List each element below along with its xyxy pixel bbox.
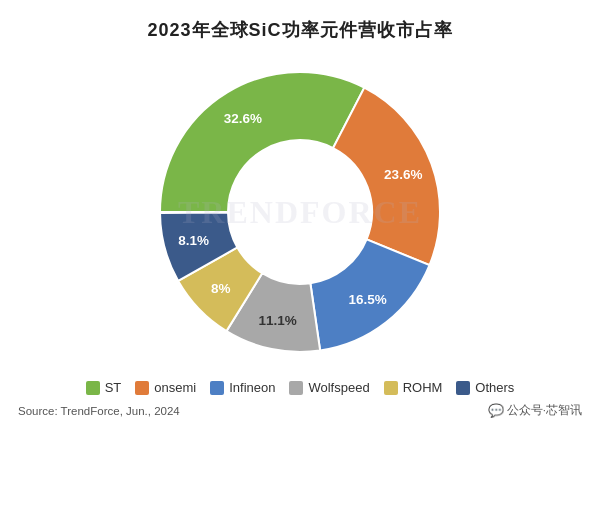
legend-label-st: ST — [105, 380, 122, 395]
segment-label-onsemi: 23.6% — [384, 167, 422, 182]
legend-label-others: Others — [475, 380, 514, 395]
segment-label-wolfspeed: 11.1% — [259, 313, 297, 328]
segment-label-st: 32.6% — [224, 111, 262, 126]
segment-label-others: 8.1% — [178, 233, 209, 248]
source-row: Source: TrendForce, Jun., 2024 💬 公众号·芯智讯 — [0, 397, 600, 418]
donut-chart-area: TRENDFORCE 32.6%23.6%16.5%11.1%8%8.1% — [110, 52, 490, 372]
legend-label-wolfspeed: Wolfspeed — [308, 380, 369, 395]
segment-label-rohm: 8% — [211, 281, 231, 296]
legend-label-onsemi: onsemi — [154, 380, 196, 395]
legend-item-st: ST — [86, 380, 122, 395]
wechat-label: 公众号·芯智讯 — [507, 403, 582, 418]
donut-svg: 32.6%23.6%16.5%11.1%8%8.1% — [110, 52, 490, 372]
legend-item-wolfspeed: Wolfspeed — [289, 380, 369, 395]
wechat-icon: 💬 — [488, 403, 504, 418]
legend: STonsemiInfineonWolfspeedROHMOthers — [86, 380, 515, 395]
legend-label-infineon: Infineon — [229, 380, 275, 395]
wechat-badge: 💬 公众号·芯智讯 — [488, 403, 582, 418]
segment-st — [160, 72, 364, 212]
chart-title: 2023年全球SiC功率元件营收市占率 — [147, 18, 452, 42]
segment-label-infineon: 16.5% — [349, 292, 387, 307]
chart-container: 2023年全球SiC功率元件营收市占率 TRENDFORCE 32.6%23.6… — [0, 0, 600, 508]
legend-item-onsemi: onsemi — [135, 380, 196, 395]
legend-color-others — [456, 381, 470, 395]
legend-color-st — [86, 381, 100, 395]
legend-item-rohm: ROHM — [384, 380, 443, 395]
legend-label-rohm: ROHM — [403, 380, 443, 395]
legend-item-infineon: Infineon — [210, 380, 275, 395]
legend-color-onsemi — [135, 381, 149, 395]
legend-color-infineon — [210, 381, 224, 395]
legend-color-rohm — [384, 381, 398, 395]
legend-color-wolfspeed — [289, 381, 303, 395]
source-text: Source: TrendForce, Jun., 2024 — [18, 405, 180, 417]
legend-item-others: Others — [456, 380, 514, 395]
